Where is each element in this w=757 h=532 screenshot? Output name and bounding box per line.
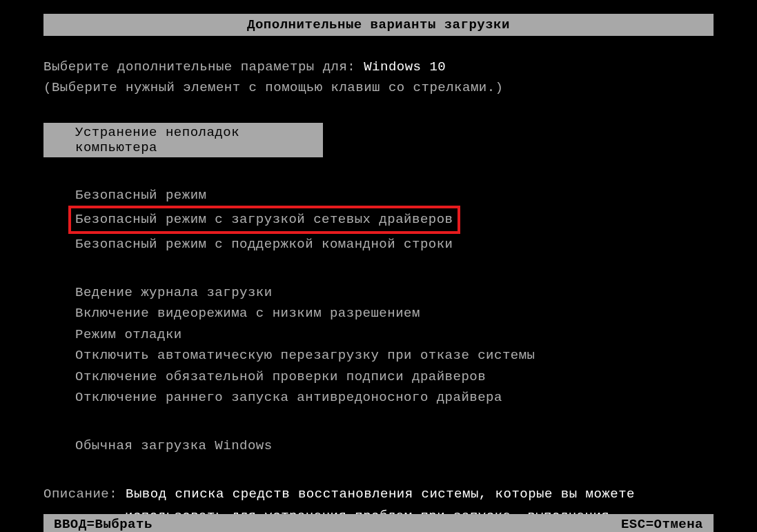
menu-group-normal: Обычная загрузка Windows [75,435,714,456]
menu-item-debug[interactable]: Режим отладки [75,324,714,345]
menu-item-disable-antimalware[interactable]: Отключение раннего запуска антивредоносн… [75,387,714,408]
footer-esc-hint: ESC=Отмена [621,517,703,532]
menu-item-safemode-networking[interactable]: Безопасный режим с загрузкой сетевых дра… [68,206,460,233]
instruction-line-1: Выберите дополнительные параметры для: W… [43,57,714,77]
footer-enter-hint: ВВОД=Выбрать [54,517,153,532]
menu-item-safemode-cmd[interactable]: Безопасный режим с поддержкой командной … [75,234,714,255]
menu-item-safemode[interactable]: Безопасный режим [75,185,714,206]
menu-item-disable-driver-sig[interactable]: Отключение обязательной проверки подписи… [75,366,714,387]
os-name: Windows 10 [364,59,446,75]
menu-group-advanced: Ведение журнала загрузки Включение видео… [75,282,714,408]
description-text-1: Вывод списка средств восстановления сист… [126,486,635,502]
selected-option-repair[interactable]: Устранение неполадок компьютера [43,123,323,157]
instruction-text: Выберите дополнительные параметры для: W… [43,57,714,99]
menu-item-normal-boot[interactable]: Обычная загрузка Windows [75,435,714,456]
content-area: Выберите дополнительные параметры для: W… [0,57,757,532]
instruction-line-2: (Выберите нужный элемент с помощью клави… [43,77,714,98]
footer-bar: ВВОД=Выбрать ESC=Отмена [43,514,714,532]
menu-item-disable-auto-restart[interactable]: Отключить автоматическую перезагрузку пр… [75,345,714,366]
description-label: Описание: [43,486,126,502]
menu-item-bootlog[interactable]: Ведение журнала загрузки [75,282,714,303]
screen-title: Дополнительные варианты загрузки [247,17,510,32]
menu-item-lowres[interactable]: Включение видеорежима с низким разрешени… [75,303,714,324]
title-bar: Дополнительные варианты загрузки [43,14,714,36]
menu-group-safemode: Безопасный режим Безопасный режим с загр… [75,185,714,255]
